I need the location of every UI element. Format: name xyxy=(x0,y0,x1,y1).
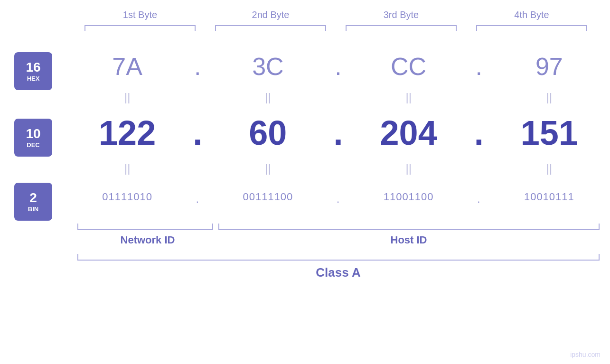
host-id-label: Host ID xyxy=(218,234,600,246)
top-bracket-2 xyxy=(206,25,336,31)
watermark: ipshu.com xyxy=(570,351,601,358)
bin-base-label: BIN xyxy=(28,205,38,213)
top-bracket-1 xyxy=(75,25,206,31)
byte4-header: 4th Byte xyxy=(467,9,597,20)
dot-hex-1: . xyxy=(188,52,207,81)
dec-badge-row: 10 DEC xyxy=(14,112,52,164)
hex-val-2: 3C xyxy=(207,52,328,81)
hex-base-number: 16 xyxy=(26,60,40,75)
sep-hex-dec: || || || || xyxy=(66,88,610,107)
bracket-top-2 xyxy=(215,25,326,31)
sep-1: || xyxy=(66,91,188,104)
dot-bin-3: . xyxy=(469,187,488,207)
bin-val-2: 00111100 xyxy=(207,191,328,203)
dot-hex-3: . xyxy=(469,52,488,81)
labels-and-values: 16 HEX 10 DEC 2 BIN xyxy=(0,45,610,221)
dot-bin-2: . xyxy=(329,187,348,207)
byte2-header: 2nd Byte xyxy=(206,9,336,20)
class-section: Class A xyxy=(77,254,600,280)
dot-dec-2: . xyxy=(329,113,348,152)
bin-val-1: 01111010 xyxy=(66,191,188,203)
bracket-top-3 xyxy=(346,25,457,31)
dec-base-label: DEC xyxy=(27,141,39,149)
bin-badge: 2 BIN xyxy=(14,183,52,221)
top-bracket-3 xyxy=(336,25,467,31)
dot-hex-2: . xyxy=(329,52,348,81)
network-id-label: Network ID xyxy=(77,234,218,246)
class-label: Class A xyxy=(77,265,600,280)
sep2-2: || xyxy=(207,162,328,175)
dec-val-1: 122 xyxy=(66,113,188,152)
dot-dec-3: . xyxy=(469,113,488,152)
bin-val-4: 10010111 xyxy=(488,191,610,203)
sep2-4: || xyxy=(488,162,610,175)
network-bracket xyxy=(77,224,213,230)
bin-base-number: 2 xyxy=(29,191,37,205)
hex-val-4: 97 xyxy=(488,52,610,81)
bracket-top-4 xyxy=(476,25,587,31)
sep-2: || xyxy=(207,91,328,104)
hex-base-label: HEX xyxy=(27,75,40,82)
dot-bin-1: . xyxy=(188,187,207,207)
byte3-header: 3rd Byte xyxy=(336,9,467,20)
right-col: 7A . 3C . CC . 97 xyxy=(66,45,610,216)
bin-values-row: 01111010 . 00111100 . 11001100 . xyxy=(66,178,610,216)
dec-values-row: 122 . 60 . 204 . 151 xyxy=(66,107,610,159)
sep-dec-bin: || || || || xyxy=(66,159,610,178)
hex-val-1: 7A xyxy=(66,52,188,81)
dec-val-3: 204 xyxy=(348,113,469,152)
bottom-brackets xyxy=(77,224,600,230)
byte1-header: 1st Byte xyxy=(75,9,206,20)
hex-val-3: CC xyxy=(348,52,469,81)
sep-4: || xyxy=(488,91,610,104)
top-brackets xyxy=(75,25,597,31)
top-bracket-4 xyxy=(467,25,597,31)
bin-badge-row: 2 BIN xyxy=(14,183,52,221)
bottom-bracket-section: Network ID Host ID xyxy=(77,224,600,246)
bin-val-3: 11001100 xyxy=(348,191,469,203)
bracket-top-1 xyxy=(84,25,196,31)
bottom-labels: Network ID Host ID xyxy=(77,234,600,246)
left-col: 16 HEX 10 DEC 2 BIN xyxy=(0,45,66,221)
byte-headers: 1st Byte 2nd Byte 3rd Byte 4th Byte xyxy=(75,9,597,20)
sep-3: || xyxy=(348,91,469,104)
main-container: 1st Byte 2nd Byte 3rd Byte 4th Byte 16 H… xyxy=(0,0,610,364)
host-bracket xyxy=(218,224,600,230)
dec-base-number: 10 xyxy=(26,127,40,141)
dec-val-2: 60 xyxy=(207,113,328,152)
class-bracket xyxy=(77,254,600,261)
hex-values-row: 7A . 3C . CC . 97 xyxy=(66,45,610,88)
hex-badge-row: 16 HEX xyxy=(14,50,52,93)
hex-badge: 16 HEX xyxy=(14,52,52,90)
dot-dec-1: . xyxy=(188,113,207,152)
sep2-3: || xyxy=(348,162,469,175)
sep2-1: || xyxy=(66,162,188,175)
dec-val-4: 151 xyxy=(488,113,610,152)
dec-badge: 10 DEC xyxy=(14,119,52,157)
